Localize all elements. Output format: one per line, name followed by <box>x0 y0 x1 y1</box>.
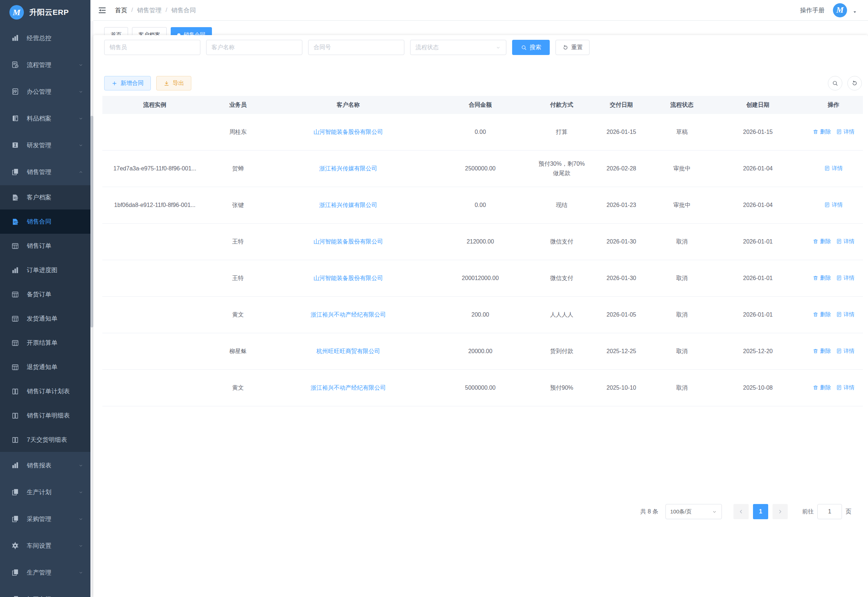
page-number-button[interactable]: 1 <box>753 504 768 519</box>
prev-page-button[interactable] <box>733 504 749 519</box>
sidebar-item[interactable]: 采购管理 <box>0 505 90 532</box>
cell-payment: 现结 <box>533 187 591 224</box>
grid-icon <box>11 339 19 347</box>
manual-link[interactable]: 操作手册 <box>800 6 825 15</box>
customer-link[interactable]: 山河智能装备股份有限公司 <box>314 238 383 245</box>
table-row: 1bf06da8-e912-11f0-8f96-001...张键浙江裕兴传媒有限… <box>102 187 863 224</box>
delete-link[interactable]: 删除 <box>813 346 831 356</box>
table-refresh-button[interactable] <box>847 76 862 91</box>
detail-link[interactable]: 详情 <box>824 200 843 209</box>
next-page-button[interactable] <box>773 504 788 519</box>
chevron-down-icon <box>78 143 83 148</box>
chevron-down-icon <box>78 116 83 121</box>
sidebar-item[interactable]: 生产计划 <box>0 479 90 505</box>
detail-link[interactable]: 详情 <box>836 127 855 137</box>
breadcrumb-home[interactable]: 首页 <box>115 6 127 15</box>
trash-icon <box>813 129 818 135</box>
customer-link[interactable]: 山河智能装备股份有限公司 <box>314 275 383 281</box>
customer-link[interactable]: 浙江裕兴不动产经纪有限公司 <box>311 385 386 391</box>
chevron-left-icon <box>738 509 744 514</box>
cell-payment: 微信支付 <box>533 260 591 297</box>
hamburger-fold-icon[interactable] <box>98 6 106 15</box>
sidebar-item[interactable]: 开票结算单 <box>0 331 90 355</box>
sidebar-menu: 经营总控流程管理办公管理料品档案研发管理销售管理客户档案销售合同销售订单订单进度… <box>0 25 90 597</box>
sidebar-item[interactable]: 备货订单 <box>0 282 90 306</box>
customer-link[interactable]: 浙江裕兴传媒有限公司 <box>319 202 377 208</box>
customer-link[interactable]: 浙江裕兴传媒有限公司 <box>319 165 377 171</box>
sidebar-item[interactable]: 料品档案 <box>0 105 90 132</box>
sidebar-item[interactable]: 流程管理 <box>0 51 90 78</box>
table-search-button[interactable] <box>828 76 842 91</box>
contract-no-input[interactable] <box>308 40 404 55</box>
detail-link[interactable]: 详情 <box>836 310 855 319</box>
pages-icon <box>11 488 19 496</box>
column-header: 付款方式 <box>533 96 591 114</box>
cell-create-date: 2026-01-04 <box>712 150 804 187</box>
cell-flow-instance <box>102 333 207 370</box>
sidebar-item-label: 订单进度图 <box>27 266 58 274</box>
sidebar-item-label: 研发管理 <box>27 141 51 149</box>
delete-link[interactable]: 删除 <box>813 237 831 246</box>
sidebar-item[interactable]: 销售订单 <box>0 234 90 258</box>
sidebar-item[interactable]: 经营总控 <box>0 25 90 51</box>
app-logo: M 升阳云ERP <box>0 0 90 25</box>
sidebar-item[interactable]: 退货通知单 <box>0 355 90 379</box>
cell-amount: 0.00 <box>428 114 533 150</box>
delete-link[interactable]: 删除 <box>813 383 831 392</box>
goto-page-input[interactable] <box>818 504 842 519</box>
sidebar-item[interactable]: 车间设置 <box>0 532 90 559</box>
sidebar-item-label: 采购管理 <box>27 515 51 523</box>
sidebar-item[interactable]: 销售订单明细表 <box>0 404 90 428</box>
chevron-down-icon <box>78 570 83 575</box>
salesman-input[interactable] <box>104 40 200 55</box>
delete-link[interactable]: 删除 <box>813 273 831 282</box>
sidebar-item[interactable]: 销售订单计划表 <box>0 379 90 404</box>
delete-label: 删除 <box>820 237 831 246</box>
sidebar-item[interactable]: 销售管理 <box>0 159 90 185</box>
pages-icon <box>11 569 19 576</box>
customer-name-input[interactable] <box>206 40 302 55</box>
pages-icon <box>11 515 19 523</box>
export-button[interactable]: 导出 <box>156 76 191 91</box>
detail-link[interactable]: 详情 <box>836 273 855 282</box>
rnd-icon <box>11 141 19 149</box>
grid-icon <box>11 315 19 323</box>
customer-link[interactable]: 浙江裕兴不动产经纪有限公司 <box>311 312 386 318</box>
customer-link[interactable]: 杭州旺旺旺商贸有限公司 <box>317 348 380 354</box>
cell-actions: 删除详情 <box>804 260 863 297</box>
flow-status-select[interactable]: 流程状态 <box>410 40 506 55</box>
sidebar-item[interactable]: 生产管理 <box>0 559 90 586</box>
search-button[interactable]: 搜索 <box>512 40 550 55</box>
sidebar-item[interactable]: 发货通知单 <box>0 306 90 331</box>
scrollbar-thumb[interactable] <box>90 116 93 327</box>
sidebar-item[interactable]: 研发管理 <box>0 132 90 159</box>
table-row: 柳星稣杭州旺旺旺商贸有限公司20000.00货到付款2025-12-25取消20… <box>102 333 863 370</box>
delete-link[interactable]: 删除 <box>813 310 831 319</box>
customer-link[interactable]: 山河智能装备股份有限公司 <box>314 129 383 135</box>
page-size-select[interactable]: 100条/页 <box>665 504 722 519</box>
sidebar-item-label: 销售订单 <box>27 242 51 250</box>
search-icon <box>832 80 838 86</box>
sidebar-item[interactable]: 加工车间 <box>0 586 90 597</box>
delete-label: 删除 <box>820 310 831 319</box>
chevron-down-icon <box>495 45 501 50</box>
detail-link[interactable]: 详情 <box>836 237 855 246</box>
sidebar-item[interactable]: 订单进度图 <box>0 258 90 282</box>
reset-button[interactable]: 重置 <box>555 40 590 55</box>
avatar[interactable]: M <box>833 3 847 17</box>
app-title: 升阳云ERP <box>29 7 69 17</box>
delete-link[interactable]: 删除 <box>813 127 831 137</box>
sidebar-item[interactable]: 销售合同 <box>0 209 90 234</box>
sidebar-item[interactable]: 7天交货明细表 <box>0 428 90 452</box>
detail-link[interactable]: 详情 <box>824 163 843 173</box>
delete-label: 删除 <box>820 127 831 137</box>
chevron-up-icon <box>78 169 83 175</box>
sidebar-item[interactable]: 销售报表 <box>0 452 90 479</box>
caret-down-icon[interactable] <box>852 10 857 15</box>
add-contract-button[interactable]: 新增合同 <box>104 76 151 91</box>
cell-amount: 5000000.00 <box>428 370 533 406</box>
detail-link[interactable]: 详情 <box>836 383 855 392</box>
sidebar-item[interactable]: 客户档案 <box>0 185 90 209</box>
detail-link[interactable]: 详情 <box>836 346 855 356</box>
sidebar-item[interactable]: 办公管理 <box>0 78 90 105</box>
